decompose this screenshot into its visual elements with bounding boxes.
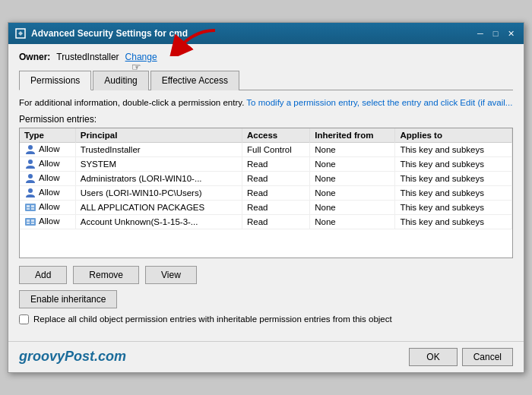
cell-applies: This key and subkeys (395, 142, 512, 156)
close-button[interactable]: ✕ (504, 27, 518, 40)
change-link-container: Change ☞ (125, 52, 157, 62)
svg-rect-14 (27, 223, 30, 224)
table-row[interactable]: AllowAdministrators (LORI-WIN10-...ReadN… (20, 171, 512, 185)
svg-point-3 (28, 160, 33, 164)
owner-row: Owner: TrustedInstaller Change ☞ (19, 52, 513, 62)
info-text-part2: To modify a permission entry, select the… (246, 98, 512, 107)
cell-principal: SYSTEM (75, 156, 242, 171)
cell-type: Allow (20, 171, 75, 185)
svg-rect-8 (31, 205, 34, 207)
cell-access: Read (242, 185, 309, 200)
cell-inherited: None (310, 185, 395, 200)
ok-button[interactable]: OK (409, 348, 457, 366)
owner-label: Owner: (19, 52, 50, 62)
cell-access: Read (242, 200, 309, 214)
info-text: For additional information, double-click… (19, 96, 513, 109)
change-link[interactable]: Change (125, 52, 157, 62)
cell-applies: This key and subkeys (395, 200, 512, 214)
svg-rect-15 (31, 223, 34, 224)
action-buttons-row: Add Remove View (19, 266, 513, 284)
cell-applies: This key and subkeys (395, 214, 512, 229)
svg-point-2 (28, 145, 33, 150)
col-principal: Principal (75, 128, 242, 143)
svg-point-4 (28, 174, 33, 179)
window-title: Advanced Security Settings for cmd (31, 28, 188, 39)
cell-principal: Account Unknown(S-1-15-3-... (75, 214, 242, 229)
maximize-button[interactable]: □ (489, 27, 502, 40)
replace-checkbox-row: Replace all child object permission entr… (19, 314, 513, 324)
cell-access: Full Control (242, 142, 309, 156)
tab-auditing[interactable]: Auditing (93, 71, 148, 90)
view-button[interactable]: View (145, 266, 197, 284)
table-row[interactable]: AllowALL APPLICATION PACKAGESReadNoneThi… (20, 200, 512, 214)
brand-text-domain: .com (94, 349, 126, 364)
add-button[interactable]: Add (19, 266, 67, 284)
cell-applies: This key and subkeys (395, 185, 512, 200)
cell-type: Allow (20, 214, 75, 229)
svg-rect-9 (27, 208, 30, 210)
replace-checkbox[interactable] (19, 314, 29, 324)
minimize-button[interactable]: ─ (473, 27, 487, 40)
tab-effective-access[interactable]: Effective Access (150, 71, 239, 90)
cell-principal: Users (LORI-WIN10-PC\Users) (75, 185, 242, 200)
cell-applies: This key and subkeys (395, 156, 512, 171)
svg-rect-7 (27, 205, 30, 207)
cell-type: Allow (20, 200, 75, 214)
col-inherited: Inherited from (310, 128, 395, 143)
svg-rect-13 (31, 220, 34, 222)
info-text-part1: For additional information, double-click… (19, 98, 246, 107)
cell-inherited: None (310, 142, 395, 156)
owner-value: TrustedInstaller (56, 52, 119, 62)
col-type: Type (20, 128, 75, 143)
cell-inherited: None (310, 214, 395, 229)
remove-button[interactable]: Remove (73, 266, 139, 284)
cell-inherited: None (310, 200, 395, 214)
cell-principal: Administrators (LORI-WIN10-... (75, 171, 242, 185)
cancel-button[interactable]: Cancel (462, 348, 513, 366)
table-row[interactable]: AllowAccount Unknown(S-1-15-3-...ReadNon… (20, 214, 512, 229)
cell-inherited: None (310, 156, 395, 171)
footer: groovyPost.com OK Cancel (8, 341, 524, 372)
cell-principal: TrustedInstaller (75, 142, 242, 156)
cell-access: Read (242, 156, 309, 171)
cell-access: Read (242, 214, 309, 229)
col-access: Access (242, 128, 309, 143)
brand-text-post: Post (65, 349, 94, 364)
table-header-row: Type Principal Access Inherited from App… (20, 128, 512, 143)
window-icon (14, 27, 27, 40)
cell-type: Allow (20, 142, 75, 156)
table-row[interactable]: AllowTrustedInstallerFull ControlNoneThi… (20, 142, 512, 156)
main-window: Advanced Security Settings for cmd ─ □ ✕… (8, 22, 524, 372)
cell-principal: ALL APPLICATION PACKAGES (75, 200, 242, 214)
cell-inherited: None (310, 171, 395, 185)
tabs-container: Permissions Auditing Effective Access (19, 70, 513, 90)
cell-applies: This key and subkeys (395, 171, 512, 185)
footer-buttons: OK Cancel (409, 348, 513, 366)
replace-checkbox-label: Replace all child object permission entr… (33, 314, 392, 324)
title-bar: Advanced Security Settings for cmd ─ □ ✕ (8, 23, 524, 44)
permissions-table: Type Principal Access Inherited from App… (20, 128, 512, 229)
svg-point-5 (28, 188, 33, 193)
enable-inheritance-button[interactable]: Enable inheritance (19, 290, 117, 308)
tab-permissions[interactable]: Permissions (19, 71, 91, 90)
svg-rect-10 (31, 208, 34, 210)
brand-text-groovy: groovy (19, 349, 65, 364)
brand-logo: groovyPost.com (19, 349, 126, 365)
table-row[interactable]: AllowSYSTEMReadNoneThis key and subkeys (20, 156, 512, 171)
cell-type: Allow (20, 156, 75, 171)
permission-entries-label: Permission entries: (19, 114, 513, 125)
svg-rect-12 (27, 220, 30, 222)
table-row[interactable]: AllowUsers (LORI-WIN10-PC\Users)ReadNone… (20, 185, 512, 200)
permissions-table-container: Type Principal Access Inherited from App… (19, 128, 513, 258)
cell-access: Read (242, 171, 309, 185)
col-applies: Applies to (395, 128, 512, 143)
cell-type: Allow (20, 185, 75, 200)
